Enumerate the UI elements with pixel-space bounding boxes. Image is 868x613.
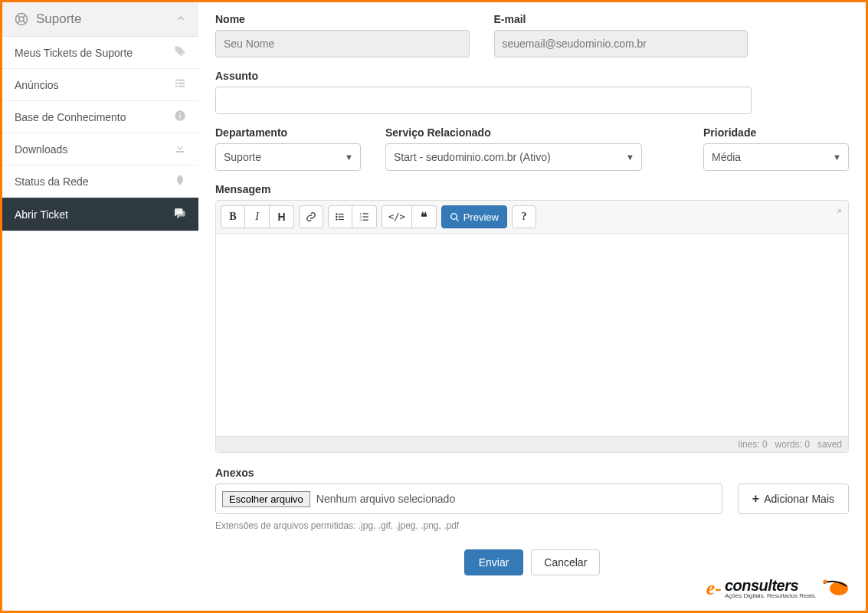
sidebar-item-label: Anúncios: [15, 79, 59, 91]
preview-button[interactable]: Preview: [441, 205, 507, 228]
brand-logo: e- consulters Ações Digitais. Resultados…: [706, 577, 850, 600]
email-label: E-mail: [494, 13, 748, 25]
svg-rect-15: [176, 151, 185, 152]
rocket-icon: [174, 174, 186, 188]
svg-rect-23: [362, 213, 368, 214]
plus-icon: +: [752, 492, 759, 506]
svg-line-2: [17, 15, 19, 17]
svg-line-5: [23, 21, 25, 23]
sidebar-item-label: Base de Conhecimento: [15, 111, 126, 123]
svg-rect-14: [179, 113, 180, 113]
file-input-box[interactable]: Escolher arquivo Nenhum arquivo selecion…: [215, 484, 722, 514]
svg-rect-8: [175, 83, 178, 84]
svg-rect-6: [175, 80, 178, 81]
svg-rect-27: [362, 220, 368, 221]
email-input: [494, 30, 748, 57]
quote-button[interactable]: ❝: [412, 205, 437, 228]
sidebar-item-knowledgebase[interactable]: Base de Conhecimento: [2, 101, 198, 133]
sidebar-item-label: Downloads: [15, 143, 67, 156]
link-button[interactable]: [299, 205, 323, 228]
sidebar: Suporte Meus Tickets de Suporte Anúncios: [2, 2, 198, 611]
sidebar-header[interactable]: Suporte: [2, 2, 198, 37]
sidebar-item-label: Abrir Ticket: [15, 208, 68, 221]
tags-icon: [174, 45, 186, 60]
cancel-button[interactable]: Cancelar: [531, 549, 600, 575]
svg-rect-9: [179, 83, 185, 84]
file-status-text: Nenhum arquivo selecionado: [316, 493, 455, 505]
code-button[interactable]: </>: [382, 205, 412, 228]
logo-e-icon: e-: [706, 577, 722, 600]
main-content: Nome E-mail Assunto Departamento: [198, 2, 866, 611]
message-editor: B I H 123: [215, 200, 849, 453]
allowed-extensions-text: Extensões de arquivos permitidas: .jpg, …: [215, 520, 849, 531]
svg-text:3: 3: [359, 218, 362, 222]
add-more-button[interactable]: + Adicionar Mais: [738, 484, 849, 514]
choose-file-button[interactable]: Escolher arquivo: [222, 491, 310, 507]
subject-label: Assunto: [215, 70, 752, 82]
svg-rect-7: [179, 80, 185, 81]
message-textarea[interactable]: [216, 234, 848, 437]
ordered-list-button[interactable]: 123: [352, 205, 377, 228]
subject-input[interactable]: [215, 87, 752, 114]
editor-statusbar: lines: 0 words: 0 saved: [216, 437, 848, 452]
sidebar-item-open-ticket[interactable]: Abrir Ticket: [2, 198, 198, 231]
message-label: Mensagem: [215, 183, 849, 195]
department-label: Departamento: [215, 126, 361, 139]
name-input: [215, 30, 470, 57]
italic-button[interactable]: I: [245, 205, 270, 228]
help-button[interactable]: ?: [512, 205, 536, 228]
svg-line-30: [837, 210, 840, 213]
svg-point-18: [336, 216, 337, 218]
fullscreen-icon[interactable]: [831, 208, 842, 221]
svg-rect-11: [179, 86, 185, 87]
priority-select[interactable]: Média: [703, 143, 849, 171]
service-select[interactable]: Start - seudominio.com.br (Ativo): [385, 143, 642, 171]
svg-rect-13: [179, 115, 180, 119]
svg-point-28: [450, 213, 457, 219]
svg-point-31: [830, 582, 848, 595]
unordered-list-button[interactable]: [328, 205, 352, 228]
svg-line-3: [23, 15, 25, 17]
sidebar-item-announcements[interactable]: Anúncios: [2, 69, 198, 101]
department-select[interactable]: Suporte: [215, 143, 361, 171]
submit-button[interactable]: Enviar: [464, 549, 524, 575]
sidebar-title: Suporte: [36, 11, 82, 27]
heading-button[interactable]: H: [270, 205, 294, 228]
priority-label: Prioridade: [703, 126, 849, 139]
info-icon: [174, 110, 186, 124]
svg-point-16: [336, 213, 337, 215]
sidebar-item-network-status[interactable]: Status da Rede: [2, 166, 198, 198]
life-ring-icon: [15, 12, 28, 26]
logo-swoosh-icon: [820, 577, 850, 600]
name-label: Nome: [215, 13, 470, 25]
sidebar-item-my-tickets[interactable]: Meus Tickets de Suporte: [2, 37, 198, 69]
svg-point-1: [19, 17, 24, 21]
bold-button[interactable]: B: [221, 205, 245, 228]
list-icon: [174, 77, 186, 92]
service-label: Serviço Relacionado: [385, 126, 642, 139]
chevron-up-icon: [175, 13, 186, 26]
svg-point-32: [824, 580, 827, 584]
svg-rect-10: [175, 86, 178, 87]
svg-rect-19: [339, 216, 344, 217]
svg-line-4: [17, 21, 19, 23]
sidebar-item-downloads[interactable]: Downloads: [2, 133, 198, 166]
attachments-label: Anexos: [215, 467, 849, 479]
svg-rect-25: [362, 216, 368, 217]
svg-line-29: [456, 218, 458, 221]
sidebar-item-label: Meus Tickets de Suporte: [15, 47, 133, 59]
svg-rect-17: [339, 214, 344, 215]
sidebar-item-label: Status da Rede: [15, 175, 89, 188]
svg-point-20: [336, 218, 337, 220]
download-icon: [174, 142, 186, 156]
editor-toolbar: B I H 123: [216, 201, 848, 234]
chat-icon: [172, 206, 186, 222]
svg-rect-21: [339, 219, 344, 220]
